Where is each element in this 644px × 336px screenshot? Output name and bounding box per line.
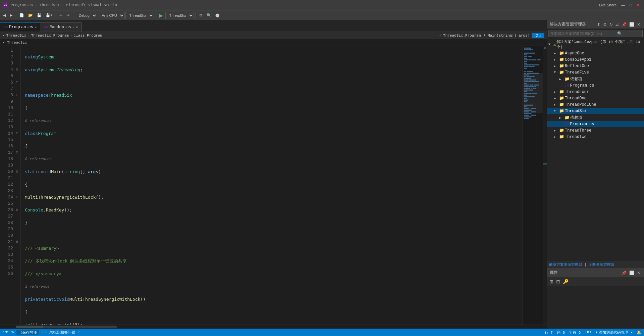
se-link1[interactable]: 解决方案资源管理器 [549,262,582,267]
maximize-button[interactable]: □ [628,2,634,8]
fold-btn-8[interactable]: ⊟ [16,92,20,98]
status-ins[interactable]: Ins [585,330,591,334]
live-share-button[interactable]: Live Share [597,2,619,8]
close-button[interactable]: ✕ [635,2,641,8]
tab-close-random[interactable]: ✕ [72,25,74,29]
se-collapse-btn[interactable]: ⬆ [596,22,601,27]
status-col[interactable]: 列 6 [557,330,565,335]
props-close-btn[interactable]: ✕ [636,270,641,276]
run-project-dropdown[interactable]: ThreadSix [165,12,194,19]
ln-1: 1 [0,47,16,54]
props-alpha-btn[interactable]: ⊟ [555,279,561,285]
fold-btn-26[interactable]: ⊟ [16,207,20,213]
props-pin-btn[interactable]: 📌 [621,270,628,276]
fold-btn-31[interactable]: ⊟ [16,239,20,245]
fold-btn-20[interactable]: ⊟ [16,169,20,175]
project-icon-reflect: 📁 [559,63,564,68]
status-saved[interactable]: 已保存的项 [16,330,39,335]
fold-btn-6[interactable]: ⊟ [16,79,20,86]
ln-29: 29 [0,226,16,232]
tree-threadpoolone[interactable]: ▶ 📁 ThreadPoolOne [547,101,644,108]
bc-right2[interactable]: Main(string[] args) [488,34,530,38]
config-dropdown[interactable]: Debug [75,12,97,19]
save-all-button[interactable]: 💾+ [44,12,54,18]
platform-dropdown[interactable]: Any CPU [98,12,125,19]
tab-random-cs[interactable]: C# Random.cs ✕ ✕ [40,22,82,32]
se-search-input[interactable] [550,32,617,36]
status-row[interactable]: 行 7 [545,330,553,335]
bc-part3[interactable]: class Program [73,34,102,38]
tree-threadfour[interactable]: ▶ 📁 ThreadFour [547,89,644,95]
tree-solution-root[interactable]: ▼ ⚠ 解决方案'ConsoleApp1'(第 10 个项目，共 10 个) [547,39,644,50]
se-pin-btn[interactable]: 📌 [621,22,628,27]
bc-part2[interactable]: ThreadSix.Program [31,34,69,38]
fold-btn-4[interactable]: ⊟ [16,66,20,73]
props-sort-btn[interactable]: ⊞ [548,279,554,285]
vertical-scrollbar[interactable] [543,46,547,325]
se-search-bar: 🔍 [548,30,643,37]
tree-consoleapp1[interactable]: ▶ 📁 ConsoleApp1 [547,56,644,63]
props-events-btn[interactable]: 🔑 [562,279,570,285]
start-button[interactable]: ▶ [158,12,165,19]
label-threadthree: ThreadThree [565,128,591,133]
debug-btn[interactable]: 🔍 [205,12,213,18]
undo-button[interactable]: ↩ [58,12,64,18]
tab-extra-icon: ✕ [76,25,78,29]
props-float-btn[interactable]: ⬜ [628,270,635,276]
se-refresh-btn[interactable]: ↻ [608,22,614,27]
new-project-button[interactable]: 📄 [18,12,26,18]
status-zoom[interactable]: 135 % [3,330,14,334]
fold-btn-17[interactable]: ⊟ [16,149,20,156]
tree-threadsix[interactable]: ▼ 📁 ThreadSix [547,108,644,114]
tree-threadtwo[interactable]: ▶ 📁 ThreadTwo [547,134,644,140]
status-add-to-vcs[interactable]: ⬆ 添加到源代码管理 ▾ [595,330,633,335]
se-close-btn[interactable]: ✕ [636,22,641,27]
tree-threadone[interactable]: ▶ 📁 ThreadOne [547,95,644,101]
cs-icon: C# [3,25,8,29]
tree-asyncone[interactable]: ▶ 📁 AsyncOne [547,50,644,56]
tree-threadfive-deps[interactable]: ▶ 📁 依赖项 [547,76,644,83]
attach-btn[interactable]: ⚙ [198,12,204,18]
cs-icon2: C# [44,25,48,29]
status-notification-bell[interactable]: 🔔 [637,330,641,335]
solution-icon: ⚠ [553,42,556,47]
tree-threadfive[interactable]: ▼ 📁 ThreadFive [547,69,644,76]
tab-label-program: Program.cs [9,25,33,30]
back-button[interactable]: ◀ [1,12,7,18]
se-link2[interactable]: 团队资源管理器 [589,262,614,267]
bc-part1[interactable]: ThreadSix [6,34,26,38]
tab-program-cs[interactable]: C# Program.cs ✕ [0,22,40,32]
fold-btn-14[interactable]: ⊟ [16,130,20,137]
se-props-btn[interactable]: ⚙ [602,22,608,27]
save-button[interactable]: 💾 [35,12,43,18]
ln-34: 34 [0,258,16,264]
bc-right1[interactable]: ThreadSix.Program [443,34,481,38]
fold-btn-24[interactable]: ⊟ [16,194,20,200]
status-char[interactable]: 字符 6 [569,330,581,335]
code-content[interactable]: using System; using System.Threading; na… [21,46,523,325]
go-button[interactable]: Go [532,33,544,38]
se-sync-btn[interactable]: ⇄ [614,22,620,27]
line-19: int[] array=new int[3]; [23,322,520,325]
ln-14: 14 [0,130,16,137]
status-left: 135 % 已保存的项 ✓ ✓ 未找到相关问题 ✓ [3,330,80,335]
tab-close-program[interactable]: ✕ [35,25,37,29]
breakpoints-btn[interactable]: ⬤ [214,12,221,18]
tree-reflectone[interactable]: ▶ 📁 ReflectOne [547,63,644,69]
status-issues[interactable]: ✓ ✓ 未找到相关问题 [42,330,75,335]
project-icon-threadthree: 📁 [559,128,564,133]
project-dropdown[interactable]: ThreadSix [125,12,154,19]
tree-threadfive-programcs[interactable]: C# Program.cs [547,83,644,89]
horizontal-scrollbar[interactable] [0,325,547,329]
open-button[interactable]: 📂 [26,12,35,18]
tree-threadsix-programcs[interactable]: C# Program.cs [547,121,644,127]
forward-button[interactable]: ▶ [8,12,14,18]
scroll-indicator [543,163,547,164]
ln-9: 9 [0,98,16,105]
tree-threadthree[interactable]: ▶ 📁 ThreadThree [547,127,644,134]
check-icon: ✓ [42,330,44,335]
redo-button[interactable]: ↪ [65,12,71,18]
se-float-btn[interactable]: ⬜ [628,22,635,27]
tree-threadsix-deps[interactable]: ▶ 📁 依赖项 [547,114,644,121]
minimize-button[interactable]: — [620,2,627,8]
